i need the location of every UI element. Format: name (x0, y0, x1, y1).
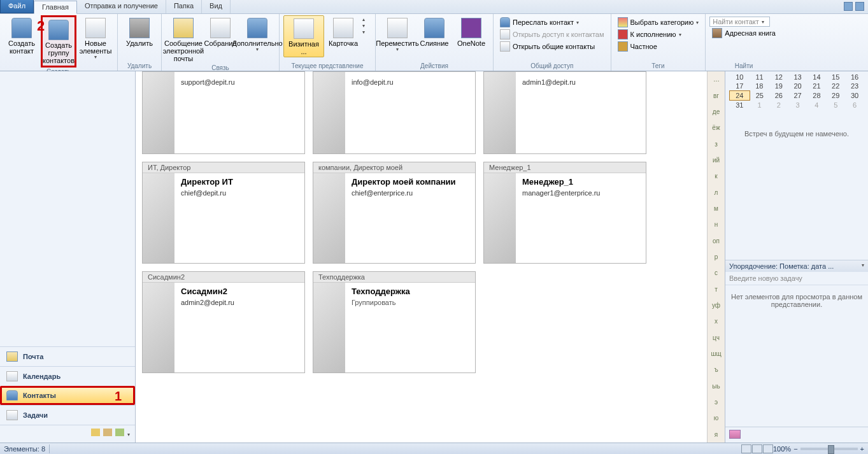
view-normal-button[interactable] (741, 444, 751, 453)
calendar-day[interactable]: 18 (750, 82, 769, 91)
alpha-letter[interactable]: ъ (708, 362, 725, 378)
nav-mail[interactable]: Почта (0, 346, 135, 366)
calendar-day[interactable]: 29 (826, 91, 845, 101)
shortcut-icon[interactable] (115, 429, 124, 436)
nav-shortcut-icons[interactable]: ▾ (0, 425, 135, 443)
folder-list-icon[interactable] (103, 429, 112, 436)
calendar-day[interactable]: 13 (788, 73, 808, 82)
business-card-view[interactable]: Визитная ... (283, 15, 324, 57)
contact-card[interactable]: ИТ, ДиректорДиректор ИТchief@depit.ru (142, 162, 305, 264)
alpha-letter[interactable]: ю (708, 410, 725, 426)
calendar-day[interactable]: 26 (769, 91, 788, 101)
delete-button[interactable]: Удалить (122, 15, 157, 48)
followup-button[interactable]: К исполнению▾ (615, 29, 702, 40)
view-list-button[interactable] (763, 444, 773, 453)
view-scroll[interactable]: ▴▾▾ (362, 15, 371, 35)
contact-card[interactable]: info@depit.ru (313, 71, 476, 154)
contact-card[interactable]: Сисадмин2Сисадмин2admin2@depit.ru (142, 271, 305, 373)
tab-folder[interactable]: Папка (166, 0, 202, 13)
calendar-day[interactable]: 4 (808, 101, 827, 110)
contact-card[interactable]: support@depit.ru (142, 71, 305, 154)
alpha-letter[interactable]: де (708, 104, 725, 120)
address-book-button[interactable]: Адресная книга (709, 27, 778, 39)
onenote-button[interactable]: OneNote (453, 15, 489, 48)
calendar-day[interactable]: 1 (750, 101, 769, 110)
alpha-letter[interactable]: н (708, 216, 725, 232)
contact-card[interactable]: Менеджер_1Менеджер_1manager1@enterprice.… (483, 162, 646, 264)
view-reading-button[interactable] (752, 444, 762, 453)
contact-card[interactable]: admin1@depit.ru (483, 71, 646, 154)
calendar-day[interactable]: 23 (845, 82, 864, 91)
calendar-day[interactable]: 25 (750, 91, 769, 101)
alphabet-index[interactable]: …вгдеёжзийклмнопрстуфхцчшщъыьэюя (707, 71, 725, 443)
tab-view[interactable]: Вид (202, 0, 231, 13)
contact-card[interactable]: компании, Директор моейДиректор моей ком… (313, 162, 476, 264)
calendar-day[interactable]: 16 (845, 73, 864, 82)
calendar-day[interactable]: 3 (788, 101, 808, 110)
new-items-button[interactable]: Новые элементы▾ (78, 15, 113, 62)
alpha-letter[interactable]: я (708, 427, 725, 443)
calendar-day[interactable]: 31 (730, 101, 750, 110)
tasks-header[interactable]: Упорядочение: Пометка: дата ...▾ (725, 260, 868, 272)
calendar-day[interactable]: 11 (750, 73, 769, 82)
alpha-letter[interactable]: уф (708, 297, 725, 313)
calendar-day[interactable]: 15 (826, 73, 845, 82)
share-contacts-button[interactable]: Открыть доступ к контактам (497, 29, 607, 40)
more-button[interactable]: Дополнительно▾ (239, 15, 275, 54)
email-button[interactable]: Сообщение электронной почты (166, 15, 201, 64)
alpha-top[interactable]: … (708, 71, 725, 87)
calendar-day[interactable]: 21 (808, 82, 827, 91)
calendar-day[interactable]: 19 (769, 82, 788, 91)
new-task-input[interactable]: Введите новую задачу (725, 272, 868, 285)
alpha-letter[interactable]: р (708, 249, 725, 265)
calendar-day[interactable]: 20 (788, 82, 808, 91)
nav-tasks[interactable]: Задачи (0, 405, 135, 425)
calendar-day[interactable]: 17 (730, 82, 750, 91)
tab-sendrecv[interactable]: Отправка и получение (77, 0, 166, 13)
nav-contacts[interactable]: Контакты1 (0, 386, 135, 405)
alpha-letter[interactable]: шщ (708, 346, 725, 362)
zoom-control[interactable]: 100% −+ (773, 445, 864, 453)
zoom-slider[interactable] (800, 448, 858, 450)
mini-calendar[interactable]: 1011121314151617181920212223242526272829… (725, 71, 868, 111)
new-contact-group-button[interactable]: Создать группу контактов (41, 15, 76, 67)
open-shared-button[interactable]: Открыть общие контакты (497, 41, 607, 52)
calendar-day[interactable]: 24 (730, 91, 750, 101)
alpha-letter[interactable]: х (708, 313, 725, 329)
alpha-letter[interactable]: ий (708, 152, 725, 168)
move-button[interactable]: Переместить▾ (380, 15, 415, 54)
alpha-letter[interactable]: цч (708, 330, 725, 346)
alpha-letter[interactable]: с (708, 265, 725, 281)
calendar-day[interactable]: 10 (730, 73, 750, 82)
calendar-day[interactable]: 5 (826, 101, 845, 110)
help-icon[interactable] (855, 2, 864, 11)
tab-home[interactable]: Главная (34, 1, 77, 14)
notes-icon[interactable] (91, 429, 100, 436)
people-pane-toggle[interactable] (725, 427, 868, 443)
card-view[interactable]: Карточка (325, 15, 361, 48)
alpha-letter[interactable]: вг (708, 87, 725, 103)
forward-contact-button[interactable]: Переслать контакт▾ (497, 17, 607, 28)
private-button[interactable]: Частное (615, 41, 702, 52)
alpha-letter[interactable]: з (708, 136, 725, 152)
new-contact-button[interactable]: Создать контакт (4, 15, 39, 56)
alpha-letter[interactable]: оп (708, 232, 725, 248)
calendar-day[interactable]: 14 (808, 73, 827, 82)
calendar-day[interactable]: 30 (845, 91, 864, 101)
alpha-letter[interactable]: к (708, 168, 725, 184)
alpha-letter[interactable]: т (708, 281, 725, 297)
alpha-letter[interactable]: л (708, 184, 725, 200)
calendar-day[interactable]: 27 (788, 91, 808, 101)
calendar-day[interactable]: 2 (769, 101, 788, 110)
find-contact-input[interactable]: Найти контакт▾ (709, 17, 770, 27)
calendar-day[interactable]: 28 (808, 91, 827, 101)
tab-file[interactable]: Файл (0, 0, 34, 13)
contact-card[interactable]: ТехподдержкаТехподдержкаГруппировать (313, 271, 476, 373)
alpha-letter[interactable]: м (708, 201, 725, 216)
categorize-button[interactable]: Выбрать категорию▾ (615, 17, 702, 28)
alpha-letter[interactable]: ыь (708, 378, 725, 394)
nav-calendar[interactable]: Календарь (0, 366, 135, 386)
calendar-day[interactable]: 6 (845, 101, 864, 110)
merge-button[interactable]: Слияние (416, 15, 452, 48)
calendar-day[interactable]: 22 (826, 82, 845, 91)
